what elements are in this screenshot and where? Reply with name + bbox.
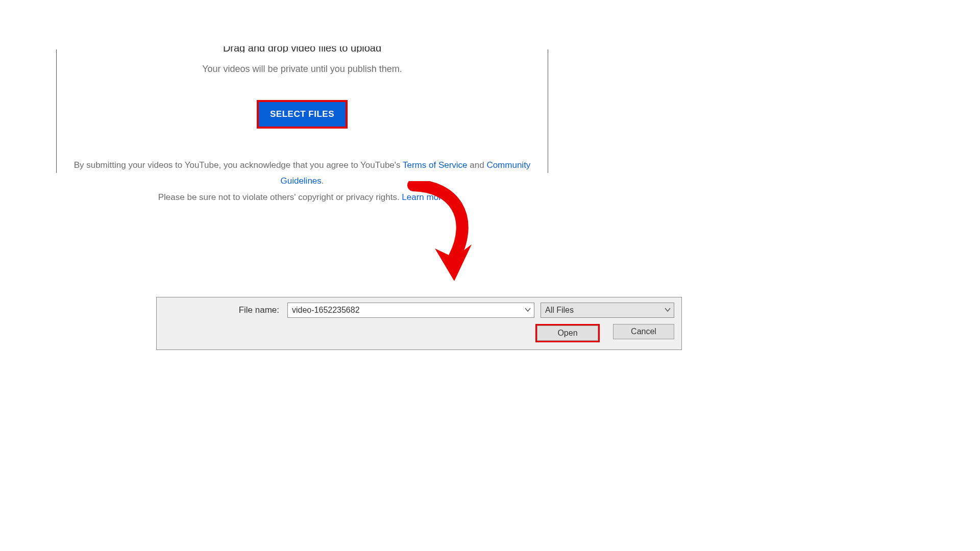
learn-more-link[interactable]: Learn more	[402, 192, 446, 202]
upload-privacy-note: Your videos will be private until you pu…	[57, 64, 548, 74]
file-open-dialog: File name: video-1652235682 All Files Op…	[156, 297, 682, 350]
open-button-highlight: Open	[535, 324, 600, 342]
chevron-down-icon	[665, 306, 671, 315]
legal-text-pre: By submitting your videos to YouTube, yo…	[74, 160, 403, 170]
select-files-button[interactable]: SELECT FILES	[259, 102, 346, 127]
upload-legal-text: By submitting your videos to YouTube, yo…	[57, 157, 548, 205]
legal-text-post: .	[322, 176, 324, 186]
file-name-combobox[interactable]: video-1652235682	[287, 303, 534, 318]
select-files-highlight: SELECT FILES	[257, 100, 348, 129]
file-name-value: video-1652235682	[292, 306, 360, 315]
chevron-down-icon	[525, 306, 531, 315]
file-name-label: File name:	[164, 305, 281, 315]
drag-drop-heading: Drag and drop video files to upload	[57, 46, 548, 53]
cancel-button[interactable]: Cancel	[613, 324, 674, 339]
dialog-button-row: Open Cancel	[157, 318, 681, 342]
legal-text-mid: and	[468, 160, 487, 170]
file-name-row: File name: video-1652235682 All Files	[157, 297, 681, 318]
file-type-combobox[interactable]: All Files	[541, 303, 674, 318]
terms-of-service-link[interactable]: Terms of Service	[403, 160, 468, 170]
youtube-upload-panel: Drag and drop video files to upload Your…	[56, 49, 548, 173]
copyright-note: Please be sure not to violate others' co…	[158, 192, 402, 202]
open-button[interactable]: Open	[537, 325, 598, 341]
file-type-value: All Files	[545, 306, 574, 315]
